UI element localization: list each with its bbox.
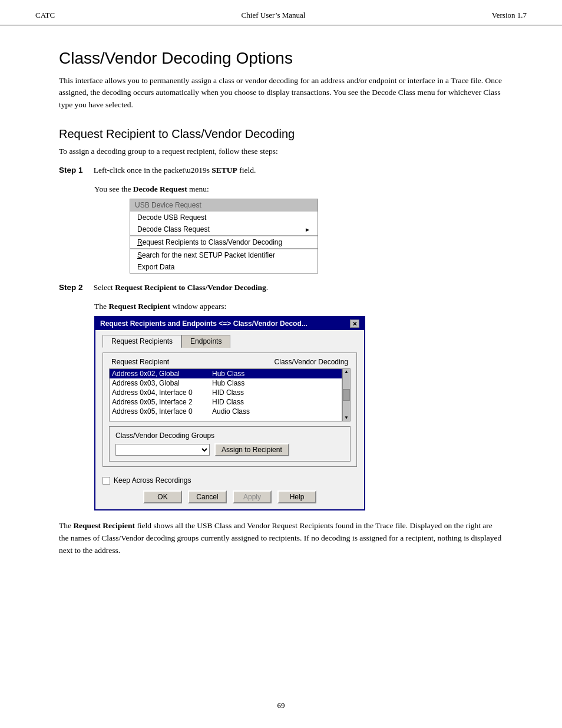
tab-request-recipients[interactable]: Request Recipients [103, 335, 181, 348]
menu-section-2: Request Recipients to Class/Vendor Decod… [130, 236, 318, 248]
step-1: Step 1 Left-click once in the packet\u20… [59, 166, 503, 175]
menu-item-search-setup[interactable]: Search for the next SETUP Packet Identif… [130, 249, 318, 261]
submenu-arrow-icon: ► [305, 226, 310, 233]
apply-button[interactable]: Apply [233, 490, 272, 503]
step1-text: Left-click once in the packet\u2019s SET… [90, 166, 256, 174]
list-item-address: Address 0x05, Interface 0 [112, 407, 200, 416]
help-button[interactable]: Help [277, 490, 316, 503]
dialog-action-buttons: OK Cancel Apply Help [103, 490, 357, 509]
menu-section-3: Search for the next SETUP Packet Identif… [130, 249, 318, 273]
header-center: Chief User’s Manual [242, 11, 306, 20]
list-item-class: Audio Class [212, 407, 259, 416]
scroll-up-icon[interactable]: ▲ [344, 370, 349, 374]
page-footer: 69 [0, 701, 562, 710]
page-title: Class/Vendor Decoding Options [59, 49, 503, 68]
page-content: Class/Vendor Decoding Options This inter… [0, 25, 562, 581]
menu-item-decode-usb[interactable]: Decode USB Request [130, 212, 318, 223]
header-left: CATC [35, 11, 55, 20]
menu-title: USB Device Request [130, 199, 318, 211]
menu-section-1: Decode USB Request Decode Class Request … [130, 211, 318, 235]
menu-item-label: Decode USB Request [137, 213, 206, 222]
step2-label: Step 2 [59, 283, 83, 292]
step1-label: Step 1 [59, 166, 83, 174]
listbox-container: Address 0x02, Global Hub Class Address 0… [109, 368, 351, 421]
listbox-scrollbar[interactable]: ▲ ▼ [342, 368, 351, 421]
list-item-address: Address 0x02, Global [112, 370, 200, 378]
list-item[interactable]: Address 0x05, Interface 0 Audio Class [110, 407, 342, 416]
dialog-panel: Request Recipient Class/Vendor Decoding … [103, 353, 357, 467]
list-item-class: HID Class [212, 398, 259, 406]
col-header-class-vendor: Class/Vendor Decoding [275, 358, 348, 366]
list-item[interactable]: Address 0x04, Interface 0 HID Class [110, 388, 342, 397]
list-item-address: Address 0x03, Global [112, 379, 200, 387]
ok-button[interactable]: OK [143, 490, 182, 503]
list-item-class: Hub Class [212, 379, 259, 387]
list-item-address: Address 0x04, Interface 0 [112, 388, 200, 397]
group-row: Assign to Recipient [115, 443, 344, 456]
list-item[interactable]: Address 0x05, Interface 2 HID Class [110, 397, 342, 407]
page-header: CATC Chief User’s Manual Version 1.7 [0, 0, 562, 25]
intro-text: This interface allows you to permanently… [59, 75, 503, 111]
menu-item-label: Export Data [137, 263, 174, 271]
header-right: Version 1.7 [492, 11, 527, 20]
group-box-label: Class/Vendor Decoding Groups [115, 431, 344, 440]
body-text: The Request Recipient field shows all th… [59, 520, 503, 557]
keep-across-recordings-checkbox[interactable] [103, 477, 110, 485]
dialog-close-button[interactable]: ✕ [350, 319, 359, 328]
scroll-down-icon[interactable]: ▼ [344, 416, 349, 420]
dialog-bottom-section: Keep Across Recordings OK Cancel Apply H… [95, 472, 364, 509]
scroll-thumb[interactable] [343, 389, 350, 401]
assign-to-recipient-button[interactable]: Assign to Recipient [214, 443, 289, 456]
list-item-class: HID Class [212, 388, 259, 397]
step2-note: The Request Recipient window appears: [94, 302, 503, 311]
dialog-title-bar: Request Recipients and Endpoints <=> Cla… [95, 317, 364, 330]
request-recipients-dialog: Request Recipients and Endpoints <=> Cla… [94, 316, 365, 510]
dialog-tabs: Request Recipients Endpoints [103, 335, 357, 348]
dialog-title: Request Recipients and Endpoints <=> Cla… [100, 319, 308, 328]
cancel-button[interactable]: Cancel [188, 490, 227, 503]
recipients-listbox[interactable]: Address 0x02, Global Hub Class Address 0… [109, 368, 342, 421]
dialog-column-headers: Request Recipient Class/Vendor Decoding [109, 358, 351, 366]
menu-item-decode-class[interactable]: Decode Class Request ► [130, 223, 318, 235]
menu-item-request-recipients[interactable]: Request Recipients to Class/Vendor Decod… [130, 236, 318, 248]
menu-item-export-data[interactable]: Export Data [130, 261, 318, 273]
tab-endpoints[interactable]: Endpoints [181, 335, 230, 348]
keep-across-recordings-row: Keep Across Recordings [103, 476, 357, 485]
menu-item-label: Request Recipients to Class/Vendor Decod… [137, 238, 282, 246]
page-number: 69 [277, 701, 285, 710]
class-vendor-group-box: Class/Vendor Decoding Groups Assign to R… [109, 426, 351, 462]
list-item[interactable]: Address 0x03, Global Hub Class [110, 378, 342, 388]
list-item-class: Hub Class [212, 370, 259, 378]
class-vendor-dropdown[interactable] [115, 444, 210, 456]
list-item-address: Address 0x05, Interface 2 [112, 398, 200, 406]
menu-item-label: Decode Class Request [137, 225, 210, 233]
decode-request-menu: USB Device Request Decode USB Request De… [130, 199, 318, 274]
keep-across-recordings-label: Keep Across Recordings [114, 476, 191, 485]
step1-note: You see the Decode Request menu: [94, 185, 503, 194]
dialog-body: Request Recipients Endpoints Request Rec… [95, 330, 364, 472]
section-intro: To assign a decoding group to a request … [59, 146, 503, 157]
step2-text: Select Request Recipient to Class/Vendor… [90, 283, 268, 292]
step-2: Step 2 Select Request Recipient to Class… [59, 283, 503, 292]
menu-item-label: Search for the next SETUP Packet Identif… [137, 251, 275, 259]
list-item[interactable]: Address 0x02, Global Hub Class [110, 369, 342, 378]
col-header-request-recipient: Request Recipient [111, 358, 169, 366]
section-title: Request Recipient to Class/Vendor Decodi… [59, 127, 503, 141]
